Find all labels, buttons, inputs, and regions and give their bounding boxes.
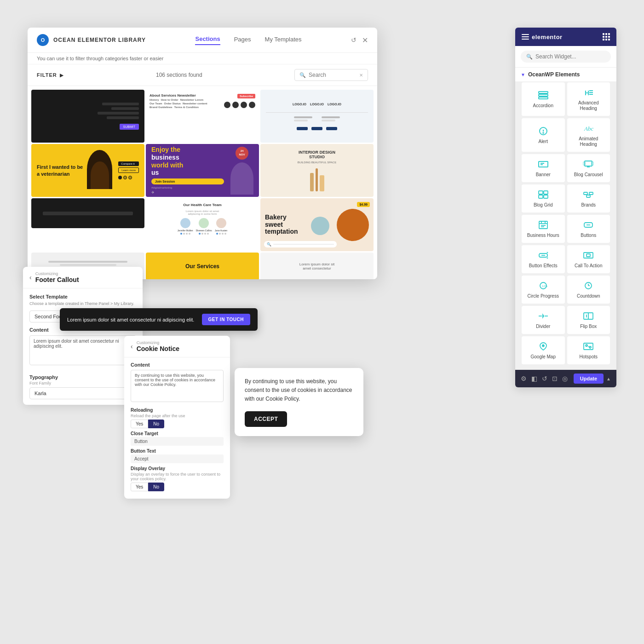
widget-advanced-heading[interactable]: H Advanced Heading xyxy=(567,82,610,116)
widget-alert[interactable]: Alert xyxy=(522,118,565,152)
tab-my-templates[interactable]: My Templates xyxy=(265,36,302,45)
elementor-header: elementor xyxy=(515,28,616,46)
font-family-select[interactable]: Karla xyxy=(29,387,136,399)
widget-accordion[interactable]: Accordion xyxy=(522,82,565,116)
template-card[interactable]: Enjoy thebusinessworld withus Join Sessi… xyxy=(146,144,259,197)
refresh-icon[interactable]: ↺ xyxy=(351,36,356,44)
buttons-icon xyxy=(581,219,595,230)
cookie-accept-text: By continuing to use this website, you c… xyxy=(245,377,353,404)
display-overlay-hint: Display an overlay to force the user to … xyxy=(131,472,224,481)
widget-google-map[interactable]: Google Map xyxy=(522,336,565,364)
overlay-yes[interactable]: Yes xyxy=(131,483,148,491)
search-icon: 🔍 xyxy=(299,72,306,78)
template-card[interactable]: Our Services xyxy=(146,253,259,279)
accordion-icon xyxy=(536,90,550,101)
search-input[interactable] xyxy=(309,72,356,78)
ocean-search-bar[interactable]: 🔍 ✕ xyxy=(294,69,368,81)
preview-icon[interactable]: ◎ xyxy=(562,375,568,382)
template-card[interactable]: LOGO.IO LOGO.IO LOGO.IO xyxy=(260,90,374,143)
grid-icon[interactable] xyxy=(603,33,610,40)
tab-pages[interactable]: Pages xyxy=(234,36,251,45)
reloading-no[interactable]: No xyxy=(148,420,164,428)
select-template-hint: Choose a template created in Theme Panel… xyxy=(29,301,136,307)
cookie-notice-panel: ‹ Customizing Cookie Notice Content By c… xyxy=(124,336,230,499)
svg-rect-37 xyxy=(584,253,593,258)
back-arrow-icon[interactable]: ‹ xyxy=(29,274,32,281)
widget-animated-heading[interactable]: Abc Animated Heading xyxy=(567,118,610,152)
widget-divider[interactable]: Divider xyxy=(522,306,565,334)
svg-rect-23 xyxy=(589,192,593,195)
close-target-row: Close Target Button xyxy=(131,431,224,446)
ocean-filter[interactable]: FILTER ▶ xyxy=(37,72,64,78)
cookie-panel-header: ‹ Customizing Cookie Notice xyxy=(124,336,230,357)
search-widget-input[interactable] xyxy=(535,53,605,60)
reloading-toggle[interactable]: Yes No xyxy=(131,420,224,428)
reloading-yes[interactable]: Yes xyxy=(131,420,148,428)
font-family-label: Font Family xyxy=(29,381,136,385)
widget-alert-label: Alert xyxy=(538,139,548,144)
svg-text:12%: 12% xyxy=(542,285,548,288)
tab-sections[interactable]: Sections xyxy=(195,35,220,45)
svg-rect-19 xyxy=(544,191,548,194)
responsive-icon[interactable]: ⊡ xyxy=(552,375,558,382)
widget-buttons-label: Buttons xyxy=(581,233,596,238)
template-card[interactable] xyxy=(31,198,144,228)
template-card[interactable]: First I wanted to be a veterinarian Comp… xyxy=(31,144,144,197)
widget-blog-grid[interactable]: Blog Grid xyxy=(522,184,565,213)
expand-icon[interactable]: ▲ xyxy=(606,376,611,381)
hamburger-icon[interactable] xyxy=(522,34,529,40)
update-button[interactable]: Update xyxy=(574,374,604,384)
widget-banner[interactable]: Banner xyxy=(522,154,565,182)
template-card[interactable]: INTERIOR DESIGNSTUDIO BUILDING BEAUTIFUL… xyxy=(260,144,374,197)
template-grid: SUBMIT About Services Newsletter History… xyxy=(28,86,377,279)
elementor-panel: elementor 🔍 ▼ OceanWP Elements Accordion… xyxy=(515,28,616,387)
layers-icon[interactable]: ◧ xyxy=(531,375,537,382)
team-members: Jennifer Mullen Shereen Collins xyxy=(150,218,254,235)
accept-button[interactable]: ACCEPT xyxy=(245,411,287,427)
button-text-label: Button Text xyxy=(131,448,224,454)
search-icon: 🔍 xyxy=(526,54,533,60)
widget-call-to-action[interactable]: Call To Action xyxy=(567,245,610,273)
template-card[interactable]: Lorem ipsum dolor sitamet consectetur xyxy=(260,253,374,279)
cookie-banner-text: Lorem ipsum dolor sit amet consectetur n… xyxy=(67,317,197,322)
reloading-row: Reloading Reload the page after the use … xyxy=(131,408,224,428)
bakery-search[interactable]: 🔍 xyxy=(264,241,337,247)
widget-blog-carousel[interactable]: Blog Carousel xyxy=(567,154,610,182)
typography-label: Typography xyxy=(29,374,136,380)
widget-search-bar[interactable]: 🔍 xyxy=(515,46,616,68)
display-overlay-toggle[interactable]: Yes No xyxy=(131,483,224,491)
widget-flip-box[interactable]: Flip Box xyxy=(567,306,610,334)
nav-button: Subscribe xyxy=(237,94,255,98)
cookie-customizing-label: Customizing xyxy=(137,340,179,345)
template-card[interactable]: Our Health Care Team Lorem ipsum dolor s… xyxy=(146,198,259,251)
get-in-touch-button[interactable]: GET IN TOUCH xyxy=(202,314,250,325)
cookie-content-textarea[interactable]: By continuing to use this website, you c… xyxy=(131,370,224,402)
close-target-label: Close Target xyxy=(131,431,224,436)
collapse-icon[interactable]: ▼ xyxy=(521,72,525,77)
widget-circle-progress[interactable]: 12% Circle Progress xyxy=(522,276,565,304)
widget-button-effects[interactable]: Button Effects xyxy=(522,245,565,273)
animated-heading-icon: Abc xyxy=(581,123,595,134)
overlay-no[interactable]: No xyxy=(148,483,164,491)
content-textarea[interactable]: Lorem ipsum dolor sit amet consectetur n… xyxy=(29,335,136,365)
widget-brands[interactable]: Brands xyxy=(567,184,610,213)
template-card[interactable]: Bakerysweettemptation $4.99 🔍 xyxy=(260,198,374,251)
button-text-value: Accept xyxy=(131,454,224,463)
purple-template-btn: Join Session xyxy=(151,178,224,184)
dark-template-btn: SUBMIT xyxy=(120,124,139,130)
widget-countdown[interactable]: Countdown xyxy=(567,276,610,304)
elementor-brand: elementor xyxy=(532,34,563,40)
svg-rect-21 xyxy=(544,195,548,198)
template-card[interactable]: SUBMIT xyxy=(31,90,144,143)
settings-icon[interactable]: ⚙ xyxy=(521,375,527,382)
template-card[interactable]: About Services Newsletter History How to… xyxy=(146,90,259,143)
cookie-back-arrow-icon[interactable]: ‹ xyxy=(131,343,133,350)
widget-business-hours[interactable]: Business Hours xyxy=(522,215,565,243)
search-close-icon[interactable]: ✕ xyxy=(359,73,363,78)
blog-carousel-icon xyxy=(581,159,595,170)
widget-buttons[interactable]: Buttons xyxy=(567,215,610,243)
close-icon[interactable]: ✕ xyxy=(362,36,368,45)
history-icon[interactable]: ↺ xyxy=(542,375,547,382)
widget-hotspots[interactable]: Hotspots xyxy=(567,336,610,364)
widget-advanced-heading-label: Advanced Heading xyxy=(570,100,608,111)
